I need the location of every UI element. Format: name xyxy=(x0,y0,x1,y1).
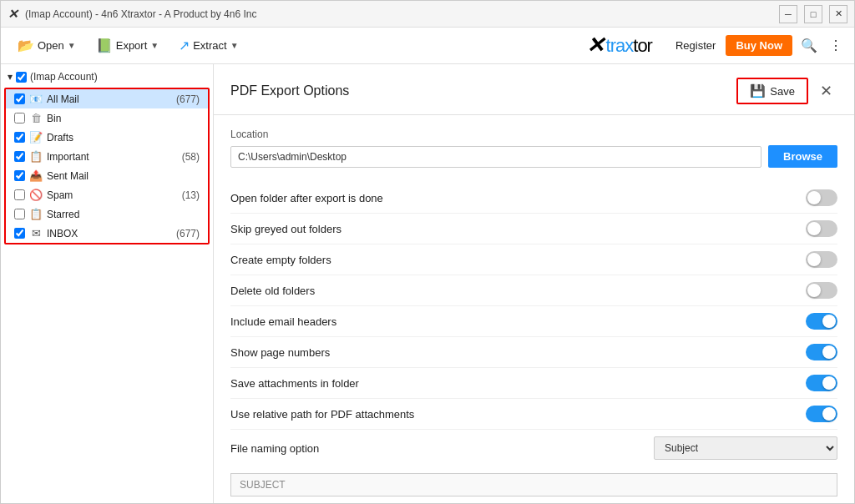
option-label-relative-path: Use relative path for PDF attachments xyxy=(230,408,414,421)
window-title: (Imap Account) - 4n6 Xtraxtor - A Produc… xyxy=(25,8,256,20)
folder-count-spam: (13) xyxy=(182,189,200,201)
toggle-show-pages[interactable] xyxy=(806,344,837,360)
folder-checkbox-important[interactable] xyxy=(14,151,25,162)
toggle-include-headers[interactable] xyxy=(806,313,837,330)
folder-checkbox-spam[interactable] xyxy=(14,189,25,200)
folder-item-sentmail[interactable]: 📤 Sent Mail xyxy=(6,166,208,185)
toggle-relative-path[interactable] xyxy=(806,406,837,422)
export-button[interactable]: 📗 Export ▼ xyxy=(88,33,167,58)
option-row-show-pages: Show page numbers xyxy=(230,337,837,368)
account-checkbox[interactable] xyxy=(16,72,27,83)
minimize-button[interactable]: ─ xyxy=(779,5,797,23)
app-logo: ✕ traxtor xyxy=(586,33,652,58)
open-label: Open xyxy=(38,39,64,52)
folder-checkbox-sentmail[interactable] xyxy=(14,170,25,181)
extract-button[interactable]: ↗ Extract ▼ xyxy=(170,33,246,58)
open-button[interactable]: 📂 Open ▼ xyxy=(9,33,84,58)
sentmail-icon: 📤 xyxy=(29,169,43,182)
export-label: Export xyxy=(116,39,148,52)
register-link[interactable]: Register xyxy=(669,35,722,56)
folder-item-bin[interactable]: 🗑 Bin xyxy=(6,108,208,128)
inbox-icon: ✉ xyxy=(29,227,43,239)
toggle-thumb xyxy=(822,376,836,390)
toggle-delete-old[interactable] xyxy=(806,282,837,299)
folder-icon: 📂 xyxy=(18,38,34,53)
folder-name-spam: Spam xyxy=(47,189,178,201)
account-row[interactable]: ▾ (Imap Account) xyxy=(1,68,213,86)
file-naming-label: File naming option xyxy=(230,442,319,455)
open-chevron-icon: ▼ xyxy=(68,41,76,50)
toggle-thumb xyxy=(822,407,836,421)
folder-name-sentmail: Sent Mail xyxy=(47,170,195,182)
extract-chevron-icon: ▼ xyxy=(230,41,239,50)
drafts-icon: 📝 xyxy=(29,131,43,144)
close-panel-button[interactable]: ✕ xyxy=(815,80,837,102)
folder-item-starred[interactable]: 📋 Starred xyxy=(6,204,208,224)
extract-icon: ↗ xyxy=(179,38,190,53)
spam-icon: 🚫 xyxy=(29,189,43,201)
export-icon: 📗 xyxy=(96,38,113,53)
toggle-save-attachments[interactable] xyxy=(806,375,837,391)
option-label-show-pages: Show page numbers xyxy=(230,346,330,359)
folder-count-allmail: (677) xyxy=(176,93,200,105)
file-naming-select[interactable]: Subject Date From To xyxy=(654,436,837,460)
folder-checkbox-allmail[interactable] xyxy=(14,93,25,104)
title-bar-left: ✕ (Imap Account) - 4n6 Xtraxtor - A Prod… xyxy=(8,7,256,22)
folder-item-allmail[interactable]: 📧 All Mail (677) xyxy=(6,89,208,108)
panel-header: PDF Export Options 💾 Save ✕ xyxy=(214,64,854,115)
close-window-button[interactable]: ✕ xyxy=(829,5,847,23)
folder-checkbox-starred[interactable] xyxy=(14,209,25,219)
app-logo-icon: ✕ xyxy=(8,7,18,22)
option-row-save-attachments: Save attachments in folder xyxy=(230,368,837,399)
panel-header-actions: 💾 Save ✕ xyxy=(736,78,837,104)
toggle-skip-greyed[interactable] xyxy=(806,220,837,237)
panel-body: Location Browse Open folder after export… xyxy=(214,115,854,503)
option-label-save-attachments: Save attachments in folder xyxy=(230,377,359,390)
search-icon[interactable]: 🔍 xyxy=(796,33,822,58)
title-bar: ✕ (Imap Account) - 4n6 Xtraxtor - A Prod… xyxy=(1,1,854,28)
account-name: (Imap Account) xyxy=(30,71,98,83)
option-label-delete-old: Delete old folders xyxy=(230,285,315,297)
subject-preview: SUBJECT xyxy=(230,473,837,496)
buy-now-button[interactable]: Buy Now xyxy=(726,35,792,56)
folder-item-inbox[interactable]: ✉ INBOX (677) xyxy=(6,224,208,243)
folder-name-starred: Starred xyxy=(47,209,195,220)
toggle-open-folder[interactable] xyxy=(806,189,837,206)
location-input[interactable] xyxy=(230,146,761,168)
allmail-icon: 📧 xyxy=(29,93,43,105)
option-row-relative-path: Use relative path for PDF attachments xyxy=(230,399,837,430)
starred-icon: 📋 xyxy=(29,208,43,220)
folder-name-important: Important xyxy=(47,151,178,163)
folder-count-important: (58) xyxy=(182,151,200,163)
panel-title: PDF Export Options xyxy=(230,83,349,98)
folder-sidebar: ▾ (Imap Account) 📧 All Mail (677) 🗑 Bin xyxy=(1,64,214,503)
folder-checkbox-drafts[interactable] xyxy=(14,132,25,143)
location-row: Browse xyxy=(230,145,837,168)
save-button[interactable]: 💾 Save xyxy=(736,78,808,104)
bin-icon: 🗑 xyxy=(29,112,43,124)
file-naming-row: File naming option Subject Date From To xyxy=(230,430,837,466)
extract-label: Extract xyxy=(193,39,226,52)
option-label-create-empty: Create empty folders xyxy=(230,254,331,266)
folder-item-drafts[interactable]: 📝 Drafts xyxy=(6,128,208,147)
folder-count-inbox: (677) xyxy=(176,228,200,239)
option-label-skip-greyed: Skip greyed out folders xyxy=(230,223,341,235)
option-label-include-headers: Include email headers xyxy=(230,315,336,328)
maximize-button[interactable]: □ xyxy=(804,5,822,23)
browse-button[interactable]: Browse xyxy=(768,145,837,168)
folder-item-spam[interactable]: 🚫 Spam (13) xyxy=(6,185,208,204)
folder-name-inbox: INBOX xyxy=(47,228,172,239)
important-icon: 📋 xyxy=(29,150,43,163)
toggle-create-empty[interactable] xyxy=(806,251,837,268)
folder-list: 📧 All Mail (677) 🗑 Bin 📝 Drafts xyxy=(4,88,210,244)
more-options-icon[interactable]: ⋮ xyxy=(826,33,846,58)
save-label: Save xyxy=(770,85,795,98)
option-row-create-empty: Create empty folders xyxy=(230,244,837,275)
logo-x-icon: ✕ xyxy=(586,33,605,58)
folder-checkbox-inbox[interactable] xyxy=(14,228,25,239)
logo-text: traxtor xyxy=(606,35,652,57)
folder-name-bin: Bin xyxy=(47,113,195,124)
folder-item-important[interactable]: 📋 Important (58) xyxy=(6,147,208,166)
folder-checkbox-bin[interactable] xyxy=(14,113,25,123)
toggle-thumb xyxy=(807,284,821,297)
